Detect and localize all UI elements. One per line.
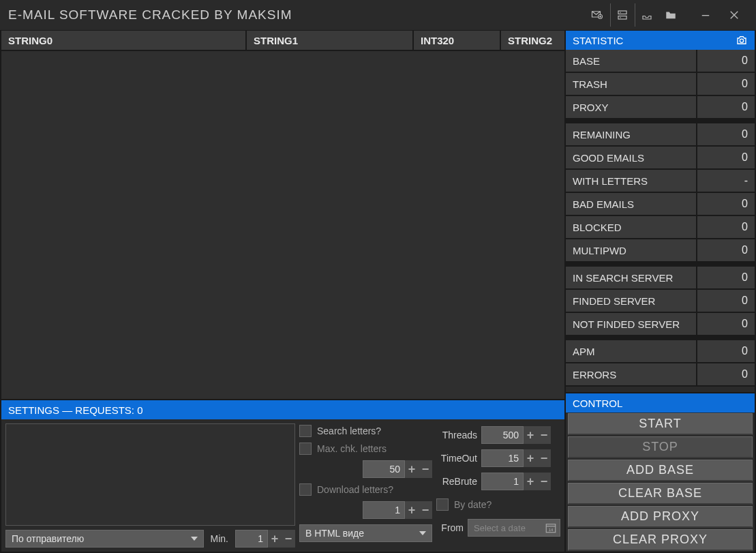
svg-text:14: 14 bbox=[549, 528, 554, 532]
stat-label: BASE bbox=[566, 50, 697, 72]
statistic-table: BASE0TRASH0PROXY0REMAINING0GOOD EMAILS0W… bbox=[566, 50, 755, 387]
col-string1[interactable]: STRING1 bbox=[247, 31, 414, 50]
stat-row: NOT FINDED SERVER0 bbox=[566, 313, 755, 336]
server-icon[interactable] bbox=[610, 3, 633, 27]
control-header: CONTROL bbox=[566, 393, 755, 413]
stat-row: REMAINING0 bbox=[566, 119, 755, 147]
stop-button[interactable]: STOP bbox=[568, 436, 753, 458]
download-stepper[interactable]: + − bbox=[363, 501, 432, 519]
statistic-header: STATISTIC bbox=[566, 31, 755, 50]
col-string0[interactable]: STRING0 bbox=[1, 31, 247, 50]
stat-row: BASE0 bbox=[566, 50, 755, 73]
rebrute-stepper[interactable]: + − bbox=[481, 473, 551, 490]
stat-label: NOT FINDED SERVER bbox=[566, 313, 697, 335]
stat-value: 0 bbox=[697, 193, 755, 215]
stat-value: 0 bbox=[697, 267, 755, 288]
stat-value: 0 bbox=[697, 239, 755, 261]
threads-label: Threads bbox=[436, 430, 477, 440]
checkbox-icon[interactable] bbox=[299, 443, 312, 455]
stat-label: WITH LETTERS bbox=[566, 170, 697, 192]
stat-value: 0 bbox=[697, 340, 755, 362]
timeout-input[interactable] bbox=[481, 449, 524, 467]
from-label: From bbox=[436, 522, 464, 533]
minimize-button[interactable] bbox=[692, 3, 719, 27]
rebrute-input[interactable] bbox=[481, 473, 524, 490]
checkbox-icon[interactable] bbox=[436, 498, 449, 511]
threads-stepper[interactable]: + − bbox=[481, 426, 551, 444]
max-chk-check[interactable]: Max. chk. letters bbox=[299, 443, 432, 455]
max-chk-input[interactable] bbox=[363, 460, 405, 478]
settings-header: SETTINGS — REQUESTS: 0 bbox=[1, 400, 564, 419]
settings-textarea[interactable] bbox=[5, 423, 295, 526]
checkbox-icon[interactable] bbox=[299, 425, 312, 437]
stat-value: 0 bbox=[697, 216, 755, 238]
download-letters-check[interactable]: Download letters? bbox=[299, 483, 432, 496]
stat-value: 0 bbox=[697, 96, 755, 118]
minus-icon[interactable]: − bbox=[419, 460, 432, 478]
clear-base-button[interactable]: CLEAR BASE bbox=[568, 483, 753, 505]
min-label: Min. bbox=[208, 533, 231, 544]
stat-value: 0 bbox=[697, 363, 755, 385]
stat-row: MULTIPWD0 bbox=[566, 239, 755, 263]
minus-icon[interactable]: − bbox=[537, 449, 551, 467]
col-string2[interactable]: STRING2 bbox=[501, 31, 564, 50]
stat-row: FINDED SERVER0 bbox=[566, 290, 755, 313]
plus-icon[interactable]: + bbox=[405, 460, 419, 478]
minus-icon[interactable]: − bbox=[419, 501, 432, 519]
folder-icon[interactable] bbox=[659, 3, 682, 27]
close-button[interactable] bbox=[721, 3, 748, 27]
app-title: E-MAIL SOFTWARE CRACKED BY MAKSIM bbox=[8, 8, 292, 23]
svg-point-8 bbox=[740, 39, 743, 42]
plus-icon[interactable]: + bbox=[524, 449, 537, 467]
start-button[interactable]: START bbox=[568, 413, 753, 435]
by-date-check[interactable]: By date? bbox=[436, 498, 560, 511]
timeout-stepper[interactable]: + − bbox=[481, 449, 551, 467]
timeout-label: TimeOut bbox=[436, 453, 477, 464]
from-date-picker[interactable]: Select a date 14 bbox=[468, 519, 560, 537]
stat-row: GOOD EMAILS0 bbox=[566, 147, 755, 170]
stat-label: TRASH bbox=[566, 73, 697, 95]
table-header: STRING0 STRING1 INT320 STRING2 bbox=[1, 31, 564, 51]
tray-icon[interactable] bbox=[635, 3, 658, 27]
stat-row: ERRORS0 bbox=[566, 363, 755, 387]
min-input[interactable] bbox=[235, 530, 268, 548]
minus-icon[interactable]: − bbox=[537, 426, 551, 444]
svg-point-3 bbox=[620, 12, 621, 14]
stat-row: TRASH0 bbox=[566, 73, 755, 96]
max-chk-stepper[interactable]: + − bbox=[363, 460, 432, 478]
stat-row: WITH LETTERS- bbox=[566, 170, 755, 193]
sender-select[interactable]: По отправителю bbox=[5, 530, 204, 548]
download-input[interactable] bbox=[363, 501, 405, 519]
stat-value: 0 bbox=[697, 313, 755, 335]
plus-icon[interactable]: + bbox=[405, 501, 419, 519]
threads-input[interactable] bbox=[481, 426, 524, 444]
add-proxy-button[interactable]: ADD PROXY bbox=[568, 506, 753, 528]
stat-label: MULTIPWD bbox=[566, 239, 697, 261]
col-int320[interactable]: INT320 bbox=[414, 31, 501, 50]
search-letters-check[interactable]: Search letters? bbox=[299, 425, 432, 437]
stat-row: BAD EMAILS0 bbox=[566, 193, 755, 216]
stat-label: BLOCKED bbox=[566, 216, 697, 238]
camera-icon[interactable] bbox=[736, 34, 748, 46]
add-base-button[interactable]: ADD BASE bbox=[568, 460, 753, 481]
stat-label: ERRORS bbox=[566, 363, 697, 385]
min-stepper[interactable]: + − bbox=[235, 530, 295, 548]
stat-label: PROXY bbox=[566, 96, 697, 118]
svg-rect-2 bbox=[618, 16, 626, 20]
stat-value: 0 bbox=[697, 290, 755, 312]
stat-row: APM0 bbox=[566, 336, 755, 363]
min-minus-icon[interactable]: − bbox=[282, 530, 295, 548]
min-plus-icon[interactable]: + bbox=[268, 530, 282, 548]
minus-icon[interactable]: − bbox=[537, 473, 551, 490]
stat-value: 0 bbox=[697, 123, 755, 145]
stat-value: 0 bbox=[697, 50, 755, 72]
clear-proxy-button[interactable]: CLEAR PROXY bbox=[568, 529, 753, 551]
plus-icon[interactable]: + bbox=[524, 426, 537, 444]
checkbox-icon[interactable] bbox=[299, 483, 312, 496]
plus-icon[interactable]: + bbox=[524, 473, 537, 490]
mail-settings-icon[interactable] bbox=[586, 3, 609, 27]
stat-label: APM bbox=[566, 340, 697, 362]
format-select[interactable]: В HTML виде bbox=[299, 524, 432, 542]
stat-label: FINDED SERVER bbox=[566, 290, 697, 312]
stat-row: IN SEARCH SERVER0 bbox=[566, 263, 755, 290]
